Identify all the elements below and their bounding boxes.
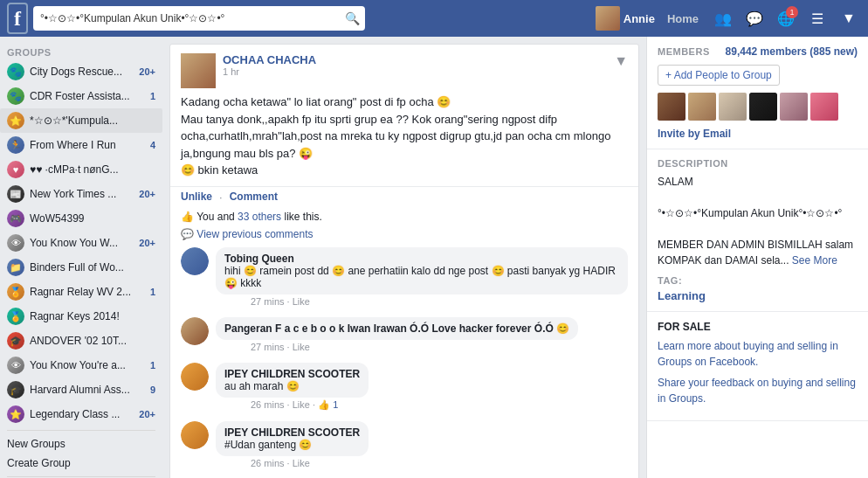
sidebar-label-ragnar-keys: Ragnar Keys 2014! (30, 310, 150, 322)
likes-suffix: like this. (284, 211, 321, 223)
search-input[interactable] (33, 6, 365, 31)
sidebar-item-cdr[interactable]: 🐾 CDR Foster Assista... 1 (0, 84, 162, 108)
sidebar-badge-cdr: 1 (150, 91, 155, 101)
comment-meta-3: 26 mins · Like · 👍 1 (216, 399, 369, 411)
dropdown-icon[interactable]: ▼ (837, 6, 861, 31)
sidebar-item-new-groups[interactable]: New Groups (0, 434, 162, 454)
user-profile[interactable]: Annie (596, 6, 655, 31)
comment-meta-2: 27 mins · Like (216, 342, 578, 352)
sidebar-icon-kumpulan: ⭐ (7, 112, 24, 129)
home-link[interactable]: Home (662, 12, 704, 25)
invite-email-link[interactable]: Invite by Email (658, 128, 858, 140)
member-avatar-img-6 (810, 93, 838, 121)
sidebar-label-city-dogs: City Dogs Rescue... (30, 66, 134, 78)
topnav: f 🔍 Annie Home 👥 💬 🌐 1 ☰ ▼ (0, 0, 868, 37)
forsale-line2[interactable]: Share your feedback on buying and sellin… (658, 375, 858, 406)
comment-author-4: IPEY CHILDREN SCOOTER (224, 426, 360, 439)
sidebar-icon-city-dogs: 🐾 (7, 63, 24, 80)
comment-text-1: hihi 😊 ramein post dd 😊 ane perhatiin ka… (224, 265, 619, 289)
description-text: SALAM °•☆⊙☆•°Kumpulan Akun Unik°•☆⊙☆•° M… (658, 174, 858, 268)
sidebar-item-ragnar-keys[interactable]: 🏅 Ragnar Keys 2014! (0, 304, 162, 329)
settings-icon[interactable]: ☰ (805, 6, 830, 31)
likes-text: You and (196, 211, 235, 223)
sidebar-item-andover[interactable]: 🎓 ANDOVER '02 10T... (0, 329, 162, 353)
comment-like-btn-4[interactable]: Like (293, 458, 310, 468)
search-bar: 🔍 (33, 6, 365, 31)
sidebar-item-nytimes[interactable]: 📰 New York Times ... 20+ (0, 182, 162, 206)
sidebar-item-binders[interactable]: 📁 Binders Full of Wo... (0, 255, 162, 280)
sidebar-label-hearts: ♥♥ ·cMPa·t nønG... (30, 163, 150, 176)
view-previous-comments[interactable]: View previous comments (170, 226, 638, 242)
post-actions: Unlike · Comment (170, 186, 638, 207)
sidebar-item-youknow2[interactable]: 👁 You Know You're a... 1 (0, 353, 162, 378)
sidebar-divider (7, 430, 155, 431)
members-header: MEMBERS 89,442 members (885 new) (658, 45, 858, 58)
post-line-2: Mau tanya donk,,apakh fp itu sprti grup … (181, 111, 628, 163)
sidebar-item-wow[interactable]: 🎮 WoW54399 (0, 206, 162, 231)
sidebar-item-fromwhere[interactable]: 🏃 From Where I Run 4 (0, 133, 162, 157)
comment-4: IPEY CHILDREN SCOOTER #Udan ganteng 😊 26… (170, 416, 638, 474)
sidebar-item-harvard[interactable]: 🎓 Harvard Alumni Ass... 9 (0, 378, 162, 402)
comment-author-3: IPEY CHILDREN SCOOTER (224, 368, 360, 380)
left-sidebar: GROUPS 🐾 City Dogs Rescue... 20+ 🐾 CDR F… (0, 37, 162, 478)
search-icon[interactable]: 🔍 (345, 11, 360, 25)
unlike-button[interactable]: Unlike (181, 191, 212, 204)
avatar (596, 6, 620, 31)
sidebar-icon-fromwhere: 🏃 (7, 136, 24, 154)
likes-count-link[interactable]: 33 others (238, 211, 281, 223)
sidebar-badge-ragnar-relay: 1 (150, 287, 155, 297)
member-avatar-img-2 (688, 93, 716, 121)
sidebar-item-kumpulan[interactable]: ⭐ *☆⊙☆*'Kumpula... (0, 108, 162, 133)
comment-like-btn-1[interactable]: Like (293, 296, 310, 307)
user-name: Annie (623, 12, 655, 25)
notifications-icon[interactable]: 🌐 1 (774, 6, 798, 31)
comment-text-4: #Udan ganteng 😊 (224, 439, 360, 451)
sidebar-item-legendary[interactable]: ⭐ Legendary Class ... 20+ (0, 402, 162, 426)
sidebar-item-create-group[interactable]: Create Group (0, 454, 162, 473)
description-section: DESCRIPTION SALAM °•☆⊙☆•°Kumpulan Akun U… (647, 149, 868, 312)
comment-text-3: au ah marah 😊 (224, 380, 360, 392)
comment-button[interactable]: Comment (230, 191, 278, 204)
members-count: 89,442 members (885 new) (726, 45, 858, 58)
comment-time-3: 26 mins (251, 399, 285, 410)
post-menu-icon[interactable]: ▼ (614, 53, 628, 69)
post-header: OCHAA CHACHA 1 hr ▼ (170, 45, 638, 94)
sidebar-icon-nytimes: 📰 (7, 185, 24, 203)
messages-icon[interactable]: 💬 (742, 6, 767, 31)
comment-author-2: Pangeran F a c e b o o k Iwan Irawan Ó.Ó… (224, 322, 569, 335)
sidebar-label-binders: Binders Full of Wo... (30, 261, 150, 274)
comment-like-btn-3[interactable]: Like (293, 399, 310, 410)
member-avatar-5 (780, 93, 808, 121)
sidebar-label-wow: WoW54399 (30, 212, 150, 225)
sidebar-item-hearts[interactable]: ♥ ♥♥ ·cMPa·t nønG... (0, 157, 162, 182)
post-avatar-img (181, 53, 216, 88)
comment-bubble-2: Pangeran F a c e b o o k Iwan Irawan Ó.Ó… (216, 317, 578, 340)
forsale-title: FOR SALE (658, 321, 858, 333)
sidebar-badge-harvard: 9 (150, 384, 155, 395)
tag-title: TAG: (658, 275, 858, 286)
sidebar-label-harvard: Harvard Alumni Ass... (30, 384, 145, 396)
tag-value: Learning (658, 289, 858, 302)
friend-requests-icon[interactable]: 👥 (711, 6, 735, 31)
member-avatar-3 (719, 93, 747, 121)
thumbs-icon: 👍 (181, 211, 194, 223)
forsale-line1[interactable]: Learn more about buying and selling in G… (658, 338, 858, 370)
sidebar-item-city-dogs[interactable]: 🐾 City Dogs Rescue... 20+ (0, 59, 162, 84)
comment-bubble-3: IPEY CHILDREN SCOOTER au ah marah 😊 (216, 363, 369, 398)
comment-5: Tobing Queen pak IPEY cengeng ya..tp gan… (170, 474, 638, 479)
comment-avatar-img-1 (181, 247, 209, 275)
comment-like-btn-2[interactable]: Like (293, 342, 310, 352)
see-more-link[interactable]: See More (792, 254, 837, 267)
sidebar-icon-youknow1: 👁 (7, 234, 24, 252)
members-title: MEMBERS (658, 46, 710, 57)
post-avatar (181, 53, 216, 88)
add-people-button[interactable]: + Add People to Group (658, 65, 780, 86)
members-section: MEMBERS 89,442 members (885 new) + Add P… (647, 37, 868, 149)
member-avatar-img-1 (658, 93, 685, 121)
sidebar-label-ragnar-relay: Ragnar Relay WV 2... (30, 286, 145, 298)
sidebar-item-ragnar-relay[interactable]: 🏅 Ragnar Relay WV 2... 1 (0, 280, 162, 304)
forsale-section: FOR SALE Learn more about buying and sel… (647, 312, 868, 421)
sidebar-item-youknow1[interactable]: 👁 You Know You W... 20+ (0, 231, 162, 255)
post-meta: OCHAA CHACHA 1 hr (223, 53, 607, 77)
post-time: 1 hr (223, 66, 607, 77)
